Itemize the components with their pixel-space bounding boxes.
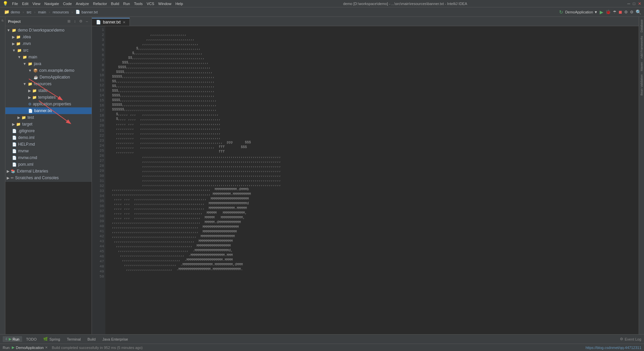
tab-run[interactable]: 4 ▶ Run: [3, 336, 22, 342]
menu-tools[interactable]: Tools: [134, 2, 143, 6]
tree-label-resources: resources: [34, 82, 52, 86]
menu-file[interactable]: File: [12, 2, 18, 6]
status-url[interactable]: https://blog.csdnmet/qq-44712311: [586, 346, 641, 350]
menu-navigate[interactable]: Navigate: [44, 2, 59, 6]
menu-help[interactable]: Help: [175, 2, 183, 6]
tab-bannertxt[interactable]: 📄 banner.txt ✕: [92, 18, 130, 26]
run-button[interactable]: ▶: [600, 9, 603, 15]
tree-item-demoapp[interactable]: ☕ DemoApplication: [5, 74, 92, 81]
tree-item-target[interactable]: ▶ 📁 target: [5, 121, 92, 128]
project-panel: Project ⊞ ↕ ⚙ – ▼ 📁 demo D:\workspace\de…: [5, 17, 92, 182]
tree-item-pomxml[interactable]: 📄 pom.xml: [5, 161, 92, 168]
run-status: Run: ▶ DemoApplication ✕: [3, 345, 48, 350]
menu-edit[interactable]: Edit: [22, 2, 29, 6]
close-panel-icon[interactable]: –: [85, 19, 89, 24]
tree-label-scratches: Scratches and Consoles: [15, 176, 59, 180]
nav-sep-1: ›: [23, 10, 24, 14]
tree-item-static[interactable]: ▶ 📁 static: [5, 87, 92, 94]
debug-button[interactable]: 🐞: [605, 9, 611, 14]
folder-icon-main: 📁: [22, 55, 27, 59]
left-tool-strip: P: [0, 17, 5, 334]
tab-close-bannertxt[interactable]: ✕: [123, 20, 125, 24]
tree-label-helpmd: HELP.md: [18, 142, 35, 147]
expand-icon-templates: ▶: [28, 95, 31, 100]
right-sidebar: Database Add Frameworks Maven Bean Valid…: [639, 17, 644, 334]
tree-label-demoiml: demo.iml: [18, 135, 35, 140]
status-right[interactable]: https://blog.csdnmet/qq-44712311: [586, 346, 641, 350]
right-strip-maven[interactable]: Maven: [640, 61, 644, 72]
sync-icon[interactable]: ↻: [559, 9, 563, 15]
nav-resources-label: resources: [53, 10, 69, 14]
tree-item-java[interactable]: ▼ 📁 java: [5, 60, 92, 67]
tab-build[interactable]: Build: [85, 337, 98, 342]
tree-item-demo[interactable]: ▼ 📁 demo D:\workspace\demo: [5, 27, 92, 34]
menu-analyze[interactable]: Analyze: [76, 2, 89, 6]
menu-view[interactable]: View: [33, 2, 41, 6]
menu-window[interactable]: Window: [158, 2, 171, 6]
settings-icon[interactable]: ⚙: [630, 10, 634, 14]
stop-button[interactable]: ◼: [619, 9, 622, 14]
menu-bar[interactable]: File Edit View Navigate Code Analyze Ref…: [12, 2, 183, 6]
build-button[interactable]: ⚙: [624, 10, 628, 14]
nav-main[interactable]: main: [37, 9, 48, 15]
tree-item-mvnwcmd[interactable]: 📄 mvnw.cmd: [5, 154, 92, 161]
coverage-button[interactable]: ☂: [613, 10, 616, 14]
nav-demo[interactable]: 📁 demo: [3, 9, 21, 15]
menu-vcs[interactable]: VCS: [147, 2, 154, 6]
tree-item-demoiml[interactable]: 📄 demo.iml: [5, 134, 92, 141]
tab-spring[interactable]: 🌿 Spring: [41, 336, 63, 342]
spring-tab-icon: 🌿: [43, 337, 48, 341]
tree-item-main[interactable]: ▼ 📁 main: [5, 54, 92, 60]
run-app-name[interactable]: DemoApplication: [16, 346, 44, 350]
tree-item-gitignore[interactable]: 📄 .gitignore: [5, 128, 92, 134]
tree-item-scratches[interactable]: ▶ ✏ Scratches and Consoles: [5, 174, 92, 181]
tree-item-resources[interactable]: ▼ 📁 resources: [5, 81, 92, 87]
search-everywhere-icon[interactable]: 🔍: [636, 9, 641, 15]
tree-item-templates[interactable]: ▶ 📁 templates: [5, 94, 92, 101]
right-strip-add[interactable]: Add Frameworks: [640, 35, 644, 60]
window-controls[interactable]: ─ □ ✕: [627, 1, 641, 6]
tab-javaee[interactable]: Java Enterprise: [100, 337, 130, 342]
right-strip-database[interactable]: Database: [640, 18, 644, 34]
tree-item-idea[interactable]: ▶ 📁 .idea: [5, 34, 92, 40]
menu-code[interactable]: Code: [63, 2, 72, 6]
maximize-button[interactable]: □: [633, 1, 635, 6]
nav-bannertxt[interactable]: 📄 banner.txt: [74, 9, 99, 15]
new-group-icon[interactable]: ⊞: [66, 19, 71, 24]
run-config-label[interactable]: DemoApplication ▼: [565, 10, 598, 14]
minimize-button[interactable]: ─: [627, 1, 630, 6]
event-log-label[interactable]: Event Log: [625, 337, 641, 341]
bottom-toolbar: 4 ▶ Run TODO 🌿 Spring Terminal Build Jav…: [0, 334, 644, 344]
project-tool-button[interactable]: P: [1, 18, 4, 23]
tree-label-templates: templates: [38, 95, 56, 100]
tree-item-bannertxt[interactable]: 📄 banner.txt: [5, 107, 92, 114]
tab-terminal[interactable]: Terminal: [64, 337, 84, 342]
tree-item-com[interactable]: ▼ 📦 com.example.demo: [5, 67, 92, 74]
tree-item-helpmd[interactable]: 📄 HELP.md: [5, 141, 92, 148]
menu-refactor[interactable]: Refactor: [93, 2, 107, 6]
nav-bannertxt-label: banner.txt: [82, 10, 98, 14]
collapse-all-icon[interactable]: ↕: [73, 19, 77, 24]
tree-item-appprops[interactable]: ⚙ application.properties: [5, 101, 92, 107]
panel-toolbar[interactable]: ⊞ ↕ ⚙ –: [66, 19, 89, 24]
nav-resources[interactable]: resources: [51, 9, 70, 15]
code-editor[interactable]: ,,,,,,,,,,,,,,,,,, ,,,,,,,,,,,,,,,,,,,,,…: [105, 26, 639, 334]
close-button[interactable]: ✕: [638, 1, 641, 6]
settings-panel-icon[interactable]: ⚙: [78, 19, 84, 24]
right-strip-validation[interactable]: Bean Validation: [640, 73, 644, 97]
run-tab-icon: ▶: [9, 337, 11, 341]
file-icon: 📄: [75, 10, 80, 14]
nav-src[interactable]: src: [25, 9, 33, 15]
tree-item-mvnw[interactable]: 📄 mvnw: [5, 148, 92, 154]
tree-item-src[interactable]: ▼ 📁 src: [5, 47, 92, 54]
expand-icon-idea: ▶: [12, 35, 15, 39]
tab-todo[interactable]: TODO: [23, 337, 40, 342]
tree-item-extlibs[interactable]: ▶ 📚 External Libraries: [5, 168, 92, 174]
run-close-icon[interactable]: ✕: [45, 346, 48, 349]
menu-build[interactable]: Build: [111, 2, 119, 6]
bottom-settings-icon[interactable]: ⚙: [620, 337, 623, 341]
title-bar: 💡 File Edit View Navigate Code Analyze R…: [0, 0, 644, 7]
tree-item-test[interactable]: ▶ 📁 test: [5, 114, 92, 121]
tree-item-mvn[interactable]: ▶ 📁 .mvn: [5, 40, 92, 47]
menu-run[interactable]: Run: [123, 2, 130, 6]
